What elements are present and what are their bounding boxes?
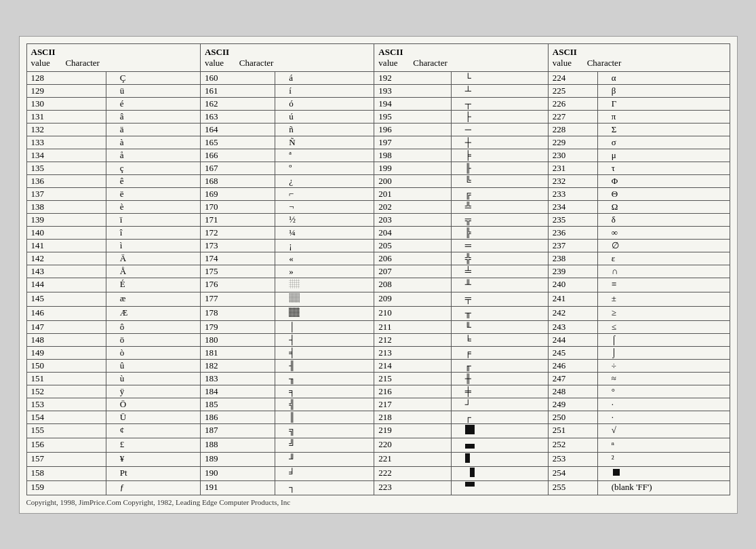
block-upper-icon <box>465 482 475 491</box>
ascii-value: 156 <box>26 438 106 452</box>
ascii-value: 168 <box>200 174 275 187</box>
ascii-char: α <box>597 71 730 84</box>
ascii-value: 165 <box>200 136 275 149</box>
ascii-value: 153 <box>26 398 106 411</box>
ascii-char: ¬ <box>275 200 374 213</box>
ascii-value: 138 <box>26 200 106 213</box>
ascii-value: 152 <box>26 385 106 398</box>
ascii-char: ┘ <box>451 398 548 411</box>
table-row: 131 â 163 ú 195 ├ 227 π <box>26 110 730 123</box>
ascii-char <box>597 466 730 480</box>
table-row: 141 ì 173 ¡ 205 ═ 237 ∅ <box>26 239 730 252</box>
ascii-char: ≤ <box>597 320 730 333</box>
ascii-char: ╣ <box>275 398 374 411</box>
ascii-char: ÿ <box>106 385 200 398</box>
ascii-value: 228 <box>548 123 597 136</box>
ascii-char: ║ <box>275 411 374 423</box>
table-row: 150 û 182 ╢ 214 ╓ 246 ÷ <box>26 359 730 372</box>
ascii-value: 255 <box>548 480 597 495</box>
ascii-value: 222 <box>374 466 451 480</box>
ascii-value: 185 <box>200 398 275 411</box>
copyright-text: Copyright, 1998, JimPrice.Com Copyright,… <box>26 498 730 506</box>
ascii-char: ─ <box>451 123 548 136</box>
ascii-char <box>451 438 548 452</box>
ascii-value: 143 <box>26 265 106 278</box>
ascii-value: 162 <box>200 97 275 110</box>
table-row: 151 ù 183 ╖ 215 ╫ 247 ≈ <box>26 372 730 385</box>
ascii-char <box>275 292 374 306</box>
ascii-value: 244 <box>548 333 597 346</box>
ascii-char: í <box>275 84 374 97</box>
table-row: 132 ä 164 ñ 196 ─ 228 Σ <box>26 123 730 136</box>
ascii-char: ä <box>106 123 200 136</box>
ascii-char: ┬ <box>451 97 548 110</box>
table-row: 138 è 170 ¬ 202 ╩ 234 Ω <box>26 200 730 213</box>
table-row: 153 Ö 185 ╣ 217 ┘ 249 · <box>26 398 730 411</box>
ascii-char: ╔ <box>451 187 548 200</box>
table-row: 139 ï 171 ½ 203 ╦ 235 δ <box>26 213 730 226</box>
shade-light-icon <box>289 279 300 288</box>
ascii-value: 167 <box>200 162 275 174</box>
ascii-value: 173 <box>200 239 275 252</box>
ascii-value: 129 <box>26 84 106 97</box>
table-row: 155 ¢ 187 ╗ 219 251 √ <box>26 423 730 438</box>
ascii-table: ASCII value Character ASCII value Charac… <box>26 43 730 495</box>
table-row: 147 ô 179 │ 211 ╙ 243 ≤ <box>26 320 730 333</box>
ascii-char: ε <box>597 252 730 265</box>
ascii-char: └ <box>451 71 548 84</box>
col4-header: ASCII value Character <box>548 43 730 71</box>
ascii-char: ê <box>106 174 200 187</box>
ascii-char: ² <box>597 452 730 466</box>
col3-header: ASCII value Character <box>374 43 548 71</box>
ascii-char: ô <box>106 320 200 333</box>
ascii-char: ⌠ <box>597 333 730 346</box>
ascii-char: â <box>106 110 200 123</box>
ascii-char: ╤ <box>451 292 548 306</box>
ascii-value: 234 <box>548 200 597 213</box>
table-row: 140 î 172 ¼ 204 ╠ 236 ∞ <box>26 226 730 239</box>
table-row: 157 ¥ 189 ╜ 221 253 ² <box>26 452 730 466</box>
ascii-value: 236 <box>548 226 597 239</box>
ascii-value: 136 <box>26 174 106 187</box>
ascii-char: Ω <box>597 200 730 213</box>
ascii-char: ± <box>597 292 730 306</box>
ascii-char: ╞ <box>451 149 548 162</box>
ascii-value: 187 <box>200 423 275 438</box>
ascii-value: 196 <box>374 123 451 136</box>
ascii-value: 132 <box>26 123 106 136</box>
ascii-value: 171 <box>200 213 275 226</box>
ascii-value: 225 <box>548 84 597 97</box>
ascii-char: º <box>275 162 374 174</box>
ascii-char: ¡ <box>275 239 374 252</box>
ascii-value: 134 <box>26 149 106 162</box>
shade-medium-icon <box>289 293 300 303</box>
ascii-char: æ <box>106 292 200 306</box>
ascii-char: ⌡ <box>597 346 730 359</box>
ascii-char: ö <box>106 333 200 346</box>
ascii-value: 193 <box>374 84 451 97</box>
ascii-value: 159 <box>26 480 106 495</box>
block-lower-icon <box>465 439 475 449</box>
ascii-value: 128 <box>26 71 106 84</box>
ascii-value: 240 <box>548 278 597 292</box>
ascii-value: 205 <box>374 239 451 252</box>
ascii-value: 139 <box>26 213 106 226</box>
ascii-value: 215 <box>374 372 451 385</box>
table-row: 154 Ü 186 ║ 218 ┌ 250 · <box>26 411 730 423</box>
ascii-char: ╧ <box>451 265 548 278</box>
ascii-value: 219 <box>374 423 451 438</box>
ascii-value: 149 <box>26 346 106 359</box>
ascii-value: 198 <box>374 149 451 162</box>
ascii-value: 252 <box>548 438 597 452</box>
ascii-value: 189 <box>200 452 275 466</box>
ascii-value: 226 <box>548 97 597 110</box>
ascii-char: π <box>597 110 730 123</box>
ascii-char: ╕ <box>275 385 374 398</box>
ascii-value: 223 <box>374 480 451 495</box>
ascii-char: è <box>106 200 200 213</box>
ascii-value: 166 <box>200 149 275 162</box>
ascii-char: σ <box>597 136 730 149</box>
ascii-value: 221 <box>374 452 451 466</box>
ascii-value: 248 <box>548 385 597 398</box>
ascii-value: 195 <box>374 110 451 123</box>
